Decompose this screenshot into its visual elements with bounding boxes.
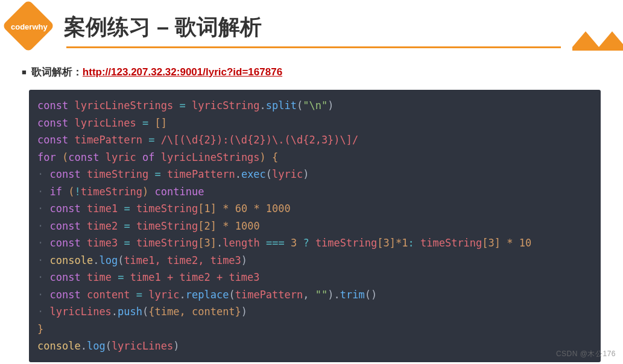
title-underline: [66, 46, 561, 48]
intro-label: 歌词解析：: [31, 65, 83, 79]
zigzag-decoration: [572, 27, 623, 51]
logo-text: coderwhy: [11, 22, 48, 31]
bullet-icon: ■: [22, 67, 27, 77]
lyric-url-link[interactable]: http://123.207.32.32:9001/lyric?id=16787…: [83, 66, 282, 78]
slide-title: 案例练习 – 歌词解析: [64, 13, 262, 42]
code-block: const lyricLineStrings = lyricString.spl…: [29, 90, 601, 362]
intro-line: ■ 歌词解析： http://123.207.32.32:9001/lyric?…: [22, 65, 623, 79]
slide-header: coderwhy 案例练习 – 歌词解析: [0, 0, 623, 45]
watermark: CSDN @木公176: [556, 349, 616, 359]
logo: coderwhy: [8, 6, 47, 45]
